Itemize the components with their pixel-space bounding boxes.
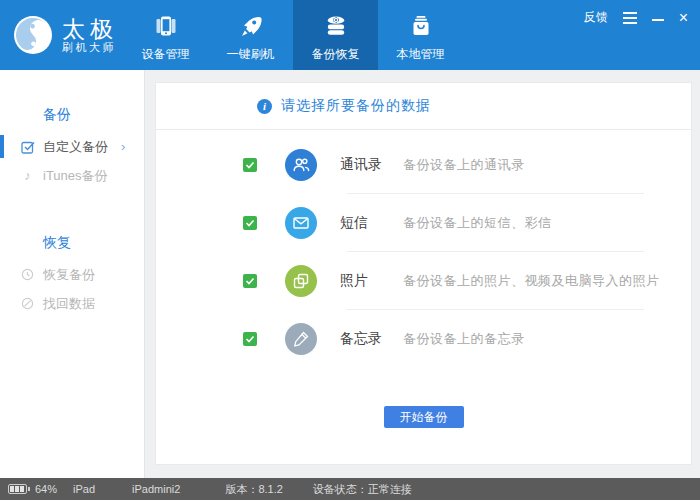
sms-checkbox[interactable] bbox=[243, 216, 257, 230]
battery-percent: 64% bbox=[35, 483, 57, 495]
sms-icon bbox=[285, 207, 317, 239]
device-manage-icon bbox=[153, 10, 179, 42]
list-item-photos: 照片 备份设备上的照片、视频及电脑导入的照片 bbox=[156, 252, 691, 310]
content-area: 备份 自定义备份 › ♪ iTunes备份 恢复 bbox=[0, 70, 700, 478]
item-description: 备份设备上的备忘录 bbox=[403, 330, 525, 348]
tab-device-manage[interactable]: 设备管理 bbox=[123, 0, 208, 70]
photos-icon bbox=[285, 265, 317, 297]
backup-item-list: 通讯录 备份设备上的通讯录 bbox=[156, 130, 691, 368]
item-description: 备份设备上的照片、视频及电脑导入的照片 bbox=[403, 272, 660, 290]
main-panel: i 请选择所要备份的数据 bbox=[145, 70, 700, 478]
tab-label: 本地管理 bbox=[397, 46, 445, 63]
recover-data-icon bbox=[20, 297, 35, 310]
rocket-icon bbox=[238, 10, 264, 42]
info-icon: i bbox=[257, 99, 272, 114]
header: 太极 刷机大师 设备管理 bbox=[0, 0, 700, 70]
sidebar-item-label: 自定义备份 bbox=[43, 138, 108, 156]
brand-subtitle: 刷机大师 bbox=[62, 41, 118, 54]
sidebar-item-custom-backup[interactable]: 自定义备份 › bbox=[0, 132, 144, 161]
bag-icon bbox=[408, 10, 434, 42]
info-banner: i 请选择所要备份的数据 bbox=[156, 83, 691, 130]
device-status: 设备状态：正常连接 bbox=[313, 482, 412, 497]
restore-backup-icon bbox=[20, 268, 35, 281]
brand-title: 太极 bbox=[62, 17, 118, 41]
custom-backup-icon bbox=[20, 140, 35, 154]
status-bar: 64% iPad iPadmini2 版本：8.1.2 设备状态：正常连接 bbox=[0, 478, 700, 500]
photos-checkbox[interactable] bbox=[243, 274, 257, 288]
notes-icon bbox=[285, 323, 317, 355]
minimize-icon[interactable] bbox=[652, 19, 664, 21]
music-note-icon: ♪ bbox=[20, 168, 35, 183]
item-description: 备份设备上的短信、彩信 bbox=[403, 214, 552, 232]
database-icon bbox=[323, 10, 349, 42]
tab-backup-restore[interactable]: 备份恢复 bbox=[293, 0, 378, 70]
device-type: iPad bbox=[73, 483, 95, 495]
backup-card: i 请选择所要备份的数据 bbox=[155, 82, 692, 465]
battery-icon bbox=[8, 484, 27, 494]
taiji-logo-icon bbox=[13, 15, 53, 55]
sidebar-item-itunes-backup[interactable]: ♪ iTunes备份 bbox=[0, 161, 144, 190]
app-logo: 太极 刷机大师 bbox=[13, 15, 118, 55]
contacts-checkbox[interactable] bbox=[243, 158, 257, 172]
feedback-link[interactable]: 反馈 bbox=[584, 9, 608, 26]
tab-local-manage[interactable]: 本地管理 bbox=[378, 0, 463, 70]
close-icon[interactable]: × bbox=[679, 11, 688, 25]
tab-label: 备份恢复 bbox=[312, 46, 360, 63]
sidebar: 备份 自定义备份 › ♪ iTunes备份 恢复 bbox=[0, 70, 145, 478]
tab-label: 一键刷机 bbox=[227, 46, 275, 63]
banner-text: 请选择所要备份的数据 bbox=[281, 97, 431, 115]
chevron-right-icon: › bbox=[121, 139, 125, 154]
brand-text: 太极 刷机大师 bbox=[62, 17, 118, 54]
sidebar-item-label: 恢复备份 bbox=[43, 266, 95, 284]
tab-label: 设备管理 bbox=[142, 46, 190, 63]
start-backup-button[interactable]: 开始备份 bbox=[384, 406, 464, 428]
list-item-notes: 备忘录 备份设备上的备忘录 bbox=[156, 310, 691, 368]
menu-icon[interactable] bbox=[623, 12, 637, 24]
sidebar-item-recover-data[interactable]: 找回数据 bbox=[0, 289, 144, 318]
contacts-icon bbox=[285, 149, 317, 181]
sidebar-section-restore: 恢复 bbox=[43, 234, 144, 252]
device-name: iPadmini2 bbox=[132, 483, 180, 495]
version-label: 版本：8.1.2 bbox=[225, 482, 282, 497]
window-controls: 反馈 × bbox=[584, 9, 688, 26]
list-item-contacts: 通讯录 备份设备上的通讯录 bbox=[156, 136, 691, 194]
notes-checkbox[interactable] bbox=[243, 332, 257, 346]
sidebar-item-restore-backup[interactable]: 恢复备份 bbox=[0, 260, 144, 289]
sidebar-section-backup: 备份 bbox=[43, 106, 144, 124]
sidebar-item-label: iTunes备份 bbox=[43, 167, 108, 185]
item-title: 照片 bbox=[340, 272, 403, 290]
button-area: 开始备份 bbox=[156, 406, 691, 428]
list-item-sms: 短信 备份设备上的短信、彩信 bbox=[156, 194, 691, 252]
sidebar-item-label: 找回数据 bbox=[43, 295, 95, 313]
item-title: 短信 bbox=[340, 214, 403, 232]
item-description: 备份设备上的通讯录 bbox=[403, 156, 525, 174]
item-title: 通讯录 bbox=[340, 156, 403, 174]
app-window: 太极 刷机大师 设备管理 bbox=[0, 0, 700, 500]
item-title: 备忘录 bbox=[340, 330, 403, 348]
tab-one-key-flash[interactable]: 一键刷机 bbox=[208, 0, 293, 70]
